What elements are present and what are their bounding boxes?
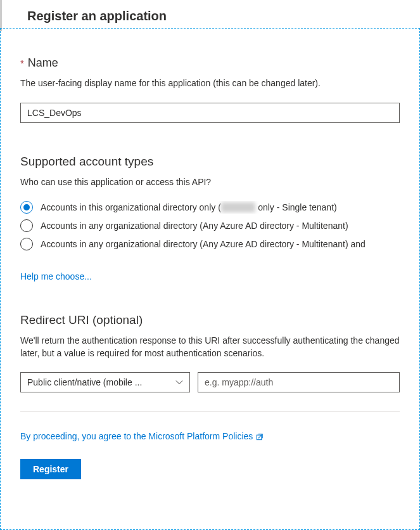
page-header: Register an application <box>0 0 420 31</box>
redacted-org: redacted <box>221 202 255 212</box>
page-title: Register an application <box>27 9 420 23</box>
content-border <box>0 28 420 530</box>
